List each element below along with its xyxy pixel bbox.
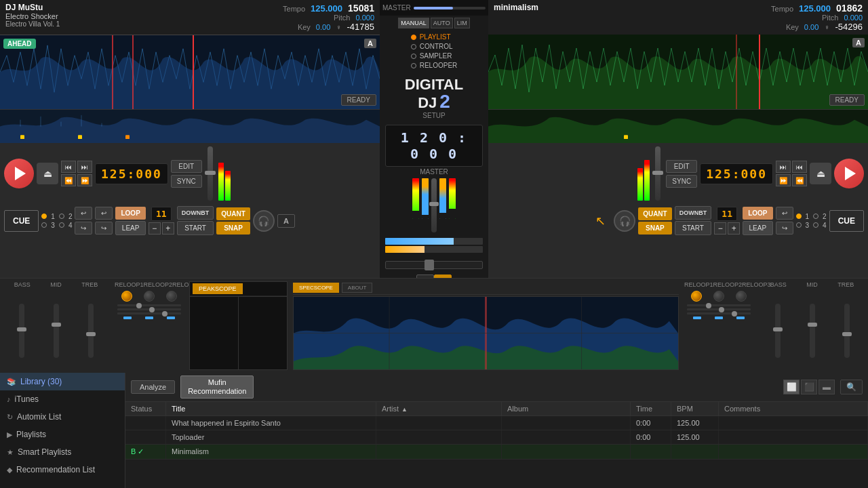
right-play-button[interactable] [834, 159, 864, 188]
right-pitch-fader[interactable] [655, 146, 660, 201]
left-bass-fader[interactable] [19, 304, 24, 358]
right-skip-back2-button[interactable]: ⏪ [792, 174, 807, 186]
right-redo-button[interactable]: ↪ [776, 222, 793, 235]
right-leap-button[interactable]: LEAP [743, 221, 772, 235]
col-header-title[interactable]: Title [166, 402, 376, 415]
peakscope-tab[interactable]: PEAKSCOPE [193, 283, 243, 294]
analyze-button[interactable]: Analyze [131, 380, 175, 394]
left-radio-2[interactable] [59, 214, 64, 219]
left-skip-fwd2-button[interactable]: ⏩ [77, 174, 92, 186]
left-sync-button[interactable]: SYNC [171, 175, 202, 188]
left-reloop1-knob[interactable] [121, 291, 132, 302]
left-channel-radio[interactable]: 1 2 3 4 [41, 213, 72, 229]
sidebar-library[interactable]: 📚 Library (30) [0, 373, 125, 390]
left-eject-button[interactable]: ⏏ [37, 163, 58, 184]
right-edit-button[interactable]: EDIT [666, 160, 697, 173]
right-undo-button[interactable]: ↩ [776, 207, 793, 220]
col-header-status[interactable]: Status [125, 402, 166, 415]
right-quant-button[interactable]: QUANT [638, 207, 672, 220]
col-header-artist[interactable]: Artist▲ [376, 402, 502, 415]
right-snap-button[interactable]: SNAP [638, 222, 672, 235]
right-reloop3-knob[interactable] [736, 291, 747, 302]
left-treb-fader[interactable] [88, 304, 94, 358]
relooper-radio[interactable]: RELOOPER [411, 62, 458, 69]
left-a-button[interactable]: A [277, 214, 295, 228]
left-undo-button[interactable]: ↩ [75, 207, 92, 220]
right-radio-3[interactable] [796, 222, 802, 228]
table-row[interactable]: Toploader 0:00 125.00 [125, 430, 868, 445]
left-headphones-button[interactable]: 🎧 [253, 210, 275, 232]
right-skip-fwd-button[interactable]: ⏭ [776, 161, 791, 173]
table-row[interactable]: What happened in Espirito Santo 0:00 125… [125, 416, 868, 430]
sidebar-automix[interactable]: ↻ Automix List [0, 408, 125, 426]
auto-mode-button[interactable]: AUTO [431, 18, 453, 28]
col-header-bpm[interactable]: BPM [671, 402, 719, 415]
right-radio-4[interactable] [813, 222, 818, 228]
right-start-button[interactable]: START [675, 221, 712, 235]
view-small-button[interactable]: ▬ [818, 380, 835, 394]
left-redo2-button[interactable]: ↪ [95, 222, 113, 235]
right-radio-1[interactable] [796, 214, 802, 219]
left-skip-back2-button[interactable]: ⏪ [61, 174, 76, 186]
right-loop-button[interactable]: LOOP [743, 207, 772, 220]
right-downbt-button[interactable]: DOWNBT [675, 206, 712, 220]
sidebar-smart-playlists[interactable]: ★ Smart Playlists [0, 443, 125, 461]
crossfader[interactable] [385, 261, 483, 269]
search-button[interactable]: 🔍 [840, 380, 863, 394]
view-large-button[interactable]: ⬜ [783, 380, 800, 394]
left-edit-button[interactable]: EDIT [171, 160, 202, 173]
left-start-button[interactable]: START [177, 221, 214, 235]
specscope-tab[interactable]: SPECSCOPE [293, 283, 339, 293]
right-skip-back-button[interactable]: ⏮ [792, 161, 807, 173]
right-eject-button[interactable]: ⏏ [810, 163, 831, 184]
right-skip-fwd2-button[interactable]: ⏩ [776, 174, 791, 186]
sampler-radio[interactable]: SAMPLER [411, 52, 458, 60]
left-pitch-fader[interactable] [208, 146, 213, 201]
col-header-time[interactable]: Time [631, 402, 671, 415]
left-downbt-button[interactable]: DOWNBT [177, 206, 214, 220]
mufin-button[interactable]: Mufin Recommendation [180, 375, 254, 399]
right-mid-fader[interactable] [810, 304, 815, 358]
control-radio[interactable]: CONTROL [411, 43, 458, 50]
right-channel-radio[interactable]: 1 2 3 4 [796, 213, 827, 229]
right-cue-button[interactable]: CUE [829, 210, 864, 232]
right-sync-button[interactable]: SYNC [666, 175, 697, 188]
right-reloop1-knob[interactable] [691, 291, 702, 302]
about-tab[interactable]: ABOUT [342, 283, 373, 293]
right-bass-fader[interactable] [775, 304, 781, 358]
left-snap-button[interactable]: SNAP [216, 222, 250, 235]
table-row[interactable]: B ✓ Minimalism [125, 445, 868, 460]
left-quant-button[interactable]: QUANT [216, 207, 250, 220]
right-treb-fader[interactable] [844, 304, 850, 358]
sidebar-recommendation[interactable]: ◆ Recommendation List [0, 461, 125, 479]
right-headphones-button[interactable]: 🎧 [614, 210, 635, 232]
right-loop-minus[interactable]: − [714, 222, 726, 235]
left-undo2-button[interactable]: ↩ [95, 207, 113, 220]
left-radio-3[interactable] [41, 222, 47, 228]
right-radio-2[interactable] [813, 214, 818, 219]
right-loop-plus[interactable]: + [728, 222, 740, 235]
left-radio-1[interactable] [41, 214, 47, 219]
manual-mode-button[interactable]: MANUAL [398, 18, 429, 28]
left-reloop2-knob[interactable] [144, 291, 155, 302]
left-skip-fwd-button[interactable]: ⏭ [77, 161, 92, 173]
playlist-radio[interactable]: PLAYLIST [411, 33, 458, 41]
left-redo-button[interactable]: ↪ [75, 222, 92, 235]
left-reloop3-knob[interactable] [166, 291, 177, 302]
view-medium-button[interactable]: ⬛ [801, 380, 817, 394]
sidebar-itunes[interactable]: ♪ iTunes [0, 390, 125, 408]
left-play-button[interactable] [4, 159, 34, 188]
lim-mode-button[interactable]: LIM [454, 18, 470, 28]
left-radio-4[interactable] [59, 222, 64, 228]
left-mid-fader[interactable] [54, 304, 59, 358]
setup-button[interactable]: SETUP [422, 112, 445, 119]
left-loop-button[interactable]: LOOP [115, 207, 145, 220]
left-loop-plus[interactable]: + [162, 222, 174, 235]
col-header-comments[interactable]: Comments [719, 402, 868, 415]
left-skip-back-button[interactable]: ⏮ [61, 161, 76, 173]
left-loop-minus[interactable]: − [149, 222, 161, 235]
left-leap-button[interactable]: LEAP [115, 221, 145, 235]
left-cue-button[interactable]: CUE [4, 210, 39, 232]
right-reloop2-knob[interactable] [713, 291, 724, 302]
col-header-album[interactable]: Album [502, 402, 631, 415]
